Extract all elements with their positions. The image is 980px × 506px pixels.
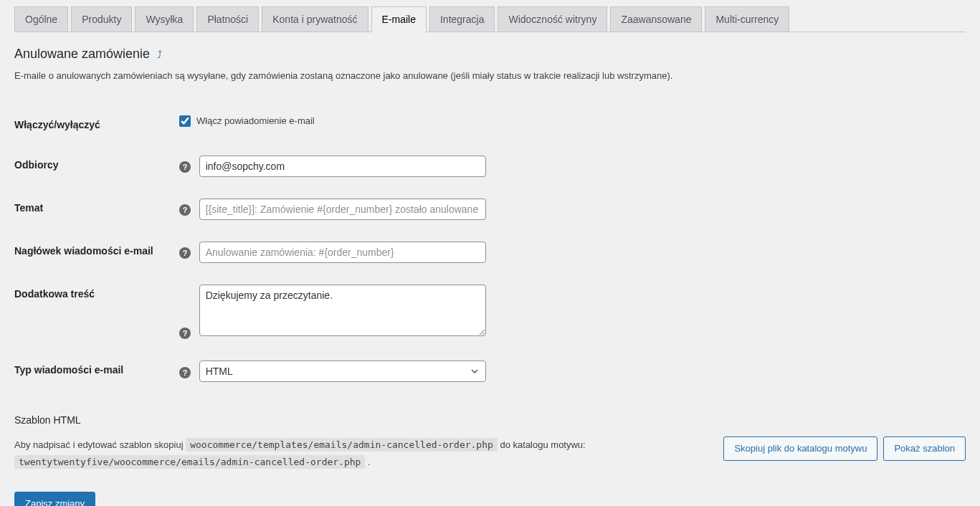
enable-label: Włączyć/wyłączyć: [14, 105, 172, 145]
help-icon[interactable]: ?: [179, 328, 191, 339]
back-arrow-icon[interactable]: ⤴: [157, 49, 162, 60]
heading-label: Nagłówek wiadomości e-mail: [14, 245, 153, 257]
template-text-1: Aby nadpisać i edytować szablon skopiuj: [14, 439, 186, 450]
recipients-label: Odbiorcy: [14, 159, 58, 171]
enable-checkbox-label: Włącz powiadomienie e-mail: [196, 115, 315, 126]
enable-checkbox-wrapper[interactable]: Włącz powiadomienie e-mail: [179, 115, 958, 127]
subject-input[interactable]: [199, 199, 486, 220]
help-icon[interactable]: ?: [179, 204, 191, 216]
tab-payments[interactable]: Płatności: [196, 6, 259, 32]
email-type-select[interactable]: HTML: [199, 361, 486, 382]
save-button[interactable]: Zapisz zmiany: [14, 492, 95, 506]
tab-emails[interactable]: E-maile: [371, 6, 427, 32]
email-type-label: Typ wiadomości e-mail: [14, 364, 123, 376]
page-title-text: Anulowane zamówienie: [14, 47, 150, 62]
heading-input[interactable]: [199, 242, 486, 263]
tab-general[interactable]: Ogólne: [14, 6, 68, 32]
template-text-2: do katalogu motywu:: [500, 439, 585, 450]
additional-textarea[interactable]: Dziękujemy za przeczytanie.: [199, 285, 486, 336]
tab-site-visibility[interactable]: Widoczność witryny: [498, 6, 607, 32]
copy-template-button[interactable]: Skopiuj plik do katalogu motywu: [723, 436, 877, 461]
template-source-path: woocommerce/templates/emails/admin-cance…: [186, 438, 498, 452]
tab-shipping[interactable]: Wysyłka: [135, 6, 194, 32]
help-icon[interactable]: ?: [179, 247, 191, 259]
tab-products[interactable]: Produkty: [71, 6, 132, 32]
template-section-header: Szablon HTML: [14, 414, 966, 426]
template-dest-path: twentytwentyfive/woocommerce/emails/admi…: [14, 455, 365, 469]
help-icon[interactable]: ?: [179, 161, 191, 173]
tab-accounts[interactable]: Konta i prywatność: [262, 6, 368, 32]
submit-row: Zapisz zmiany: [14, 492, 966, 506]
tab-integration[interactable]: Integracja: [429, 6, 495, 32]
page-title: Anulowane zamówienie ⤴: [14, 47, 966, 62]
settings-tabs: Ogólne Produkty Wysyłka Płatności Konta …: [14, 0, 966, 32]
subject-label: Temat: [14, 202, 43, 214]
settings-form: Włączyć/wyłączyć Włącz powiadomienie e-m…: [14, 105, 966, 393]
template-buttons: Skopiuj plik do katalogu motywu Pokaż sz…: [723, 436, 966, 461]
page-description: E-maile o anulowanych zamówieniach są wy…: [14, 69, 966, 83]
enable-checkbox[interactable]: [179, 115, 191, 127]
show-template-button[interactable]: Pokaż szablon: [883, 436, 966, 461]
tab-advanced[interactable]: Zaawansowane: [610, 6, 702, 32]
template-row: Aby nadpisać i edytować szablon skopiuj …: [14, 436, 966, 470]
template-description: Aby nadpisać i edytować szablon skopiuj …: [14, 436, 709, 470]
template-text-3: .: [368, 457, 371, 467]
recipients-input[interactable]: [199, 156, 486, 177]
tab-multi-currency[interactable]: Multi-currency: [705, 6, 789, 32]
help-icon[interactable]: ?: [179, 367, 191, 378]
additional-label: Dodatkowa treść: [14, 288, 95, 300]
